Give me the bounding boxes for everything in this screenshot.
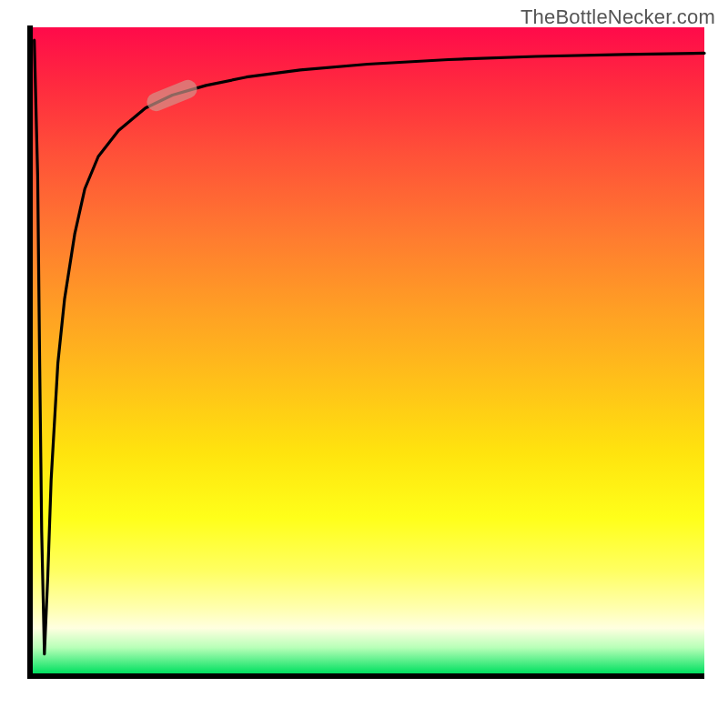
plot-background [31, 27, 704, 673]
y-axis [27, 25, 33, 677]
watermark-text: TheBottleNecker.com [521, 5, 715, 29]
chart-stage: TheBottleNecker.com [0, 0, 728, 728]
x-axis [27, 673, 704, 679]
